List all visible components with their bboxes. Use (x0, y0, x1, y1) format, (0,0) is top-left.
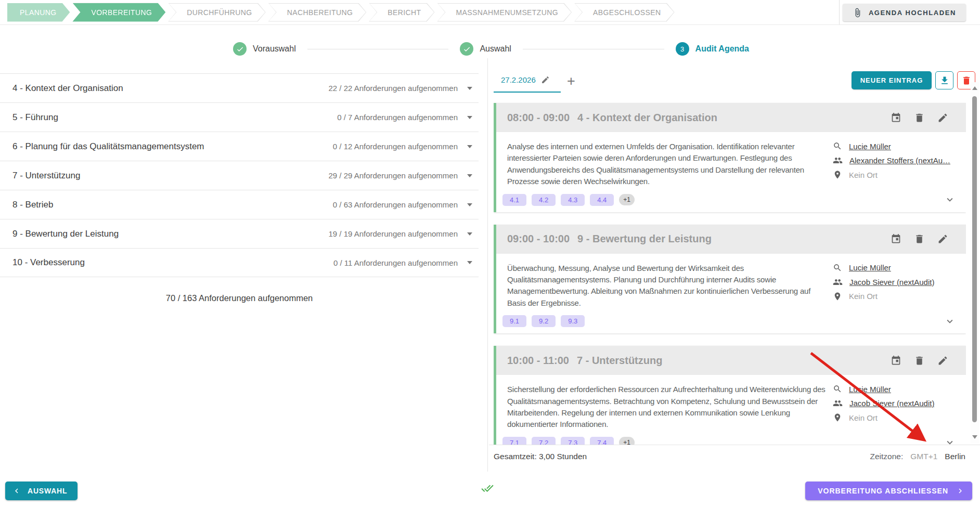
edit-entry-icon[interactable] (937, 233, 948, 244)
requirement-row-4[interactable]: 4 - Kontext der Organisation 22 / 22 Anf… (0, 73, 479, 102)
expand-caret-icon[interactable] (467, 87, 472, 90)
download-agenda-button[interactable] (935, 71, 953, 89)
expand-entry-icon[interactable] (944, 437, 956, 445)
requirement-count: 0 / 7 Anforderungen aufgenommen (337, 113, 458, 122)
calendar-icon[interactable] (891, 112, 901, 123)
requirement-label: 7 - Unterstützung (12, 171, 80, 181)
participant-row: Alexander Stoffers (nextAu… (833, 155, 956, 165)
requirement-label: 6 - Planung für das Qualitätsmanagements… (12, 141, 204, 152)
step-number-circle: 3 (676, 42, 689, 56)
delete-entry-icon[interactable] (914, 355, 925, 366)
step-audit-agenda[interactable]: 3 Audit Agenda (676, 42, 749, 56)
step-vorauswahl[interactable]: Vorauswahl (233, 42, 296, 56)
edit-date-icon[interactable] (541, 75, 550, 84)
delete-entry-icon[interactable] (914, 233, 925, 244)
expand-caret-icon[interactable] (467, 203, 472, 206)
requirement-row-8[interactable]: 8 - Betrieb 0 / 63 Anforderungen aufgeno… (0, 190, 479, 219)
expand-caret-icon[interactable] (467, 174, 472, 177)
scrollbar-thumb[interactable] (972, 96, 977, 422)
phase-vorbereitung[interactable]: VORBEREITUNG (72, 3, 165, 22)
edit-entry-icon[interactable] (937, 112, 948, 123)
phase-nachbereitung[interactable]: NACHBEREITUNG (268, 3, 367, 22)
done-all-icon (481, 482, 494, 495)
calendar-icon[interactable] (891, 355, 901, 366)
requirement-count: 0 / 12 Anforderungen aufgenommen (333, 142, 458, 151)
auditor-link[interactable]: Lucie Müller (849, 385, 891, 394)
scroll-up-icon[interactable] (972, 86, 977, 90)
agenda-entry-card: 09:00 - 10:00 9 - Bewertung der Leistung… (494, 225, 966, 334)
expand-caret-icon[interactable] (467, 116, 472, 119)
participant-link[interactable]: Jacob Siever (nextAudit) (849, 278, 934, 287)
phase-bericht[interactable]: BERICHT (369, 3, 434, 22)
phase-planung[interactable]: PLANUNG (7, 3, 70, 22)
expand-caret-icon[interactable] (467, 145, 472, 148)
clause-chip: 7.2 (532, 437, 556, 445)
edit-entry-icon[interactable] (937, 355, 948, 366)
entry-time: 08:00 - 09:00 (507, 112, 570, 124)
agenda-scrollbar[interactable] (971, 82, 979, 443)
participant-link[interactable]: Jacob Siever (nextAudit) (849, 399, 934, 408)
phase-massnahmenumsetzung[interactable]: MASSNAHMENUMSETZUNG (437, 3, 572, 22)
clause-chips: 7.1 7.2 7.3 7.4 +1 (502, 437, 635, 445)
phase-bar: PLANUNG VORBEREITUNG DURCHFÜHRUNG NACHBE… (0, 0, 980, 25)
agenda-entry-header: 08:00 - 09:00 4 - Kontext der Organisati… (496, 103, 966, 132)
expand-entry-icon[interactable] (944, 194, 956, 205)
phase-label: NACHBEREITUNG (287, 8, 353, 17)
step-label: Vorauswahl (253, 44, 296, 54)
calendar-icon[interactable] (891, 233, 901, 244)
back-button-label: AUSWAHL (28, 487, 67, 495)
timezone-label: Zeitzone: (870, 452, 903, 461)
requirement-row-6[interactable]: 6 - Planung für das Qualitätsmanagements… (0, 132, 479, 161)
new-entry-button[interactable]: NEUER EINTRAG (852, 71, 932, 89)
participant-row: Jacob Siever (nextAudit) (833, 277, 956, 287)
finish-vorbereitung-button[interactable]: VORBEREITUNG ABSCHLIESSEN (805, 482, 972, 500)
requirement-count: 19 / 19 Anforderungen aufgenommen (328, 229, 458, 238)
requirement-row-5[interactable]: 5 - Führung 0 / 7 Anforderungen aufgenom… (0, 102, 479, 132)
location-value: Kein Ort (849, 171, 878, 179)
expand-entry-icon[interactable] (944, 316, 956, 327)
location-row: Kein Ort (833, 170, 956, 179)
requirement-row-9[interactable]: 9 - Bewertung der Leistung 19 / 19 Anfor… (0, 219, 479, 248)
delete-entry-icon[interactable] (914, 112, 925, 123)
expand-caret-icon[interactable] (467, 232, 472, 236)
clause-chip: 7.3 (561, 437, 585, 445)
auditor-link[interactable]: Lucie Müller (849, 142, 891, 151)
location-pin-icon (833, 292, 842, 301)
clause-chips: 4.1 4.2 4.3 4.4 +1 (502, 194, 635, 206)
date-tab[interactable]: 27.2.2026 (494, 71, 561, 93)
agenda-scroll-area[interactable]: 08:00 - 09:00 4 - Kontext der Organisati… (494, 96, 966, 445)
timezone-city-select[interactable]: Berlin (945, 452, 965, 461)
auditor-link[interactable]: Lucie Müller (849, 263, 891, 272)
requirement-count: 0 / 63 Anforderungen aufgenommen (333, 200, 458, 209)
check-circle-icon (460, 42, 473, 56)
auditor-row: Lucie Müller (833, 384, 956, 394)
location-pin-icon (833, 170, 842, 179)
requirement-row-10[interactable]: 10 - Verbesserung 0 / 11 Anforderungen a… (0, 248, 479, 277)
phase-durchfuehrung[interactable]: DURCHFÜHRUNG (168, 3, 265, 22)
timezone-offset-select[interactable]: GMT+1 (910, 452, 937, 461)
phase-label: VORBEREITUNG (91, 8, 152, 17)
agenda-upload-button[interactable]: AGENDA HOCHLADEN (843, 4, 966, 21)
phase-breadcrumb: PLANUNG VORBEREITUNG DURCHFÜHRUNG NACHBE… (7, 3, 675, 22)
clause-chip: 4.3 (561, 194, 585, 206)
add-day-icon[interactable]: + (564, 74, 578, 88)
phase-label: PLANUNG (20, 8, 56, 17)
location-value: Kein Ort (849, 413, 878, 422)
requirement-row-7[interactable]: 7 - Unterstützung 29 / 29 Anforderungen … (0, 161, 479, 190)
agenda-entry-header: 09:00 - 10:00 9 - Bewertung der Leistung (496, 225, 966, 254)
phase-label: DURCHFÜHRUNG (187, 8, 252, 17)
entry-description: Sicherstellung der erforderlichen Ressou… (507, 384, 830, 431)
participant-link[interactable]: Alexander Stoffers (nextAu… (849, 156, 950, 165)
back-to-auswahl-button[interactable]: AUSWAHL (5, 482, 78, 500)
scroll-down-icon[interactable] (972, 435, 977, 439)
clause-chip: 4.4 (590, 194, 614, 206)
people-icon (833, 155, 843, 165)
expand-caret-icon[interactable] (467, 261, 472, 264)
search-icon (833, 141, 842, 151)
entry-title: 4 - Kontext der Organisation (577, 112, 717, 124)
entry-description: Analyse des internen und externen Umfeld… (507, 141, 830, 188)
clause-chip: 7.1 (502, 437, 526, 445)
step-auswahl[interactable]: Auswahl (460, 42, 511, 56)
agenda-entry-card: 10:00 - 11:00 7 - Unterstützung Sicherst… (494, 346, 966, 445)
phase-abgeschlossen[interactable]: ABGESCHLOSSEN (574, 3, 674, 22)
